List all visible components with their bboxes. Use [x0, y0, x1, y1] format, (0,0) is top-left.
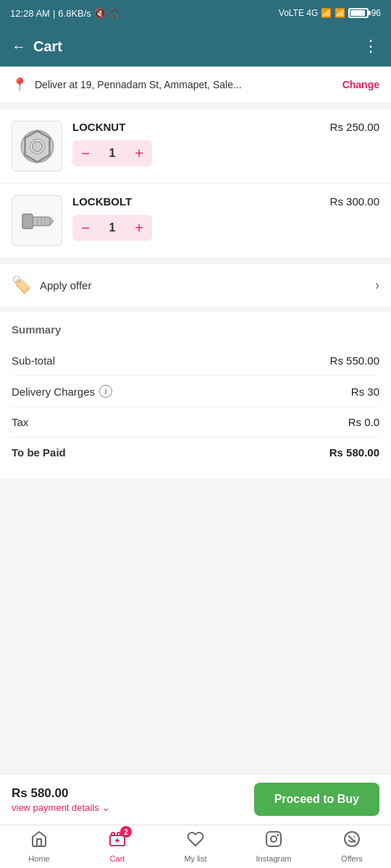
svg-point-3 — [32, 141, 42, 151]
nav-label-offers: Offers — [341, 854, 363, 863]
instagram-icon — [265, 830, 282, 852]
cart-icon: 2 — [109, 830, 126, 852]
bottom-bar: Rs 580.00 view payment details ⌄ Proceed… — [0, 773, 391, 825]
item-image-locknut — [12, 121, 62, 171]
item-details-locknut: LOCKNUT − 1 + — [72, 121, 320, 166]
more-options-button[interactable]: ⋮ — [363, 37, 379, 56]
total-value: Rs 580.00 — [329, 446, 379, 459]
item-name-lockbolt: LOCKBOLT — [72, 195, 320, 208]
offer-icon: 🏷️ — [12, 276, 31, 294]
nav-item-cart[interactable]: 2 Cart — [78, 830, 156, 863]
network-speed-value: 6.8KB/s — [58, 8, 91, 19]
offer-label: Apply offer — [40, 279, 366, 292]
cart-item-lockbolt: LOCKBOLT − 1 + Rs 300.00 — [0, 184, 391, 258]
offer-arrow-icon: › — [375, 278, 379, 293]
battery-percent: 96 — [371, 8, 381, 18]
qty-control-locknut: − 1 + — [72, 140, 152, 166]
qty-plus-locknut[interactable]: + — [126, 140, 152, 166]
offers-icon — [343, 830, 361, 852]
cart-item-locknut: LOCKNUT − 1 + Rs 250.00 — [0, 109, 391, 184]
nav-label-cart: Cart — [110, 854, 125, 863]
item-details-lockbolt: LOCKBOLT − 1 + — [72, 195, 320, 241]
nav-label-home: Home — [28, 854, 49, 863]
tax-value: Rs 0.0 — [348, 416, 379, 428]
change-address-button[interactable]: Change — [342, 79, 379, 90]
cart-badge: 2 — [120, 826, 132, 838]
network-speed: | — [53, 8, 55, 19]
summary-title: Summary — [12, 323, 379, 336]
status-left: 12:28 AM | 6.8KB/s 🔇 🎧 — [10, 8, 120, 19]
status-right: VoLTE 4G 📶 📶 96 — [279, 8, 381, 18]
proceed-to-buy-button[interactable]: Proceed to Buy — [254, 783, 379, 816]
delivery-info-icon[interactable]: i — [99, 385, 112, 398]
summary-total-row: To be Paid Rs 580.00 — [12, 438, 379, 467]
view-payment-details-button[interactable]: view payment details ⌄ — [12, 802, 110, 813]
header-left: ← Cart — [12, 38, 62, 55]
item-price-locknut: Rs 250.00 — [330, 121, 379, 133]
apply-offer-row[interactable]: 🏷️ Apply offer › — [0, 264, 391, 306]
battery-display: 96 — [348, 8, 381, 18]
status-bar: 12:28 AM | 6.8KB/s 🔇 🎧 VoLTE 4G 📶 📶 96 — [0, 0, 391, 26]
qty-minus-lockbolt[interactable]: − — [72, 215, 98, 241]
nav-item-mylist[interactable]: My list — [156, 830, 235, 863]
qty-plus-lockbolt[interactable]: + — [126, 215, 152, 241]
mute-icon: 🔇 — [94, 8, 106, 19]
nav-item-home[interactable]: Home — [0, 830, 78, 863]
time-display: 12:28 AM — [10, 8, 50, 19]
qty-value-locknut: 1 — [98, 147, 126, 160]
location-icon: 📍 — [12, 77, 28, 93]
subtotal-label: Sub-total — [12, 354, 55, 367]
qty-value-lockbolt: 1 — [98, 221, 126, 234]
qty-control-lockbolt: − 1 + — [72, 215, 152, 241]
summary-subtotal-row: Sub-total Rs 550.00 — [12, 346, 379, 376]
svg-rect-5 — [22, 214, 33, 229]
bottom-nav: Home 2 Cart My list — [0, 825, 391, 868]
subtotal-value: Rs 550.00 — [330, 354, 379, 367]
delivery-value: Rs 30 — [351, 386, 379, 398]
summary-section: Summary Sub-total Rs 550.00 Delivery Cha… — [0, 312, 391, 479]
nav-item-instagram[interactable]: Instagram — [235, 830, 313, 863]
chevron-down-icon: ⌄ — [102, 802, 110, 813]
lte-icon: VoLTE 4G — [279, 8, 318, 18]
svg-point-15 — [277, 835, 278, 835]
item-price-lockbolt: Rs 300.00 — [330, 195, 379, 208]
heart-icon — [187, 830, 204, 852]
nav-label-mylist: My list — [184, 854, 206, 863]
cart-items-container: LOCKNUT − 1 + Rs 250.00 — [0, 109, 391, 258]
home-icon — [30, 830, 48, 852]
headphone-icon: 🎧 — [109, 8, 120, 19]
battery-icon — [348, 8, 369, 18]
page-title: Cart — [33, 38, 62, 55]
delivery-label: Delivery Charges i — [12, 385, 112, 398]
nav-item-offers[interactable]: Offers — [313, 830, 391, 863]
item-image-lockbolt — [12, 195, 62, 246]
tax-label: Tax — [12, 416, 28, 428]
header: ← Cart ⋮ — [0, 26, 391, 67]
delivery-address: Deliver at 19, Pennadam St, Ammapet, Sal… — [35, 79, 335, 90]
bottom-total-info: Rs 580.00 view payment details ⌄ — [12, 786, 110, 813]
qty-minus-locknut[interactable]: − — [72, 140, 98, 166]
svg-marker-9 — [50, 217, 54, 226]
total-label: To be Paid — [12, 446, 66, 459]
signal-icon: 📶 — [321, 8, 332, 18]
svg-point-14 — [271, 836, 277, 842]
back-button[interactable]: ← — [12, 38, 26, 55]
delivery-banner: 📍 Deliver at 19, Pennadam St, Ammapet, S… — [0, 67, 391, 103]
item-name-locknut: LOCKNUT — [72, 121, 320, 133]
wifi-icon: 📶 — [335, 8, 345, 18]
nav-label-instagram: Instagram — [256, 854, 292, 863]
bottom-total-amount: Rs 580.00 — [12, 786, 110, 801]
summary-delivery-row: Delivery Charges i Rs 30 — [12, 376, 379, 407]
summary-tax-row: Tax Rs 0.0 — [12, 407, 379, 438]
svg-rect-13 — [266, 832, 281, 846]
